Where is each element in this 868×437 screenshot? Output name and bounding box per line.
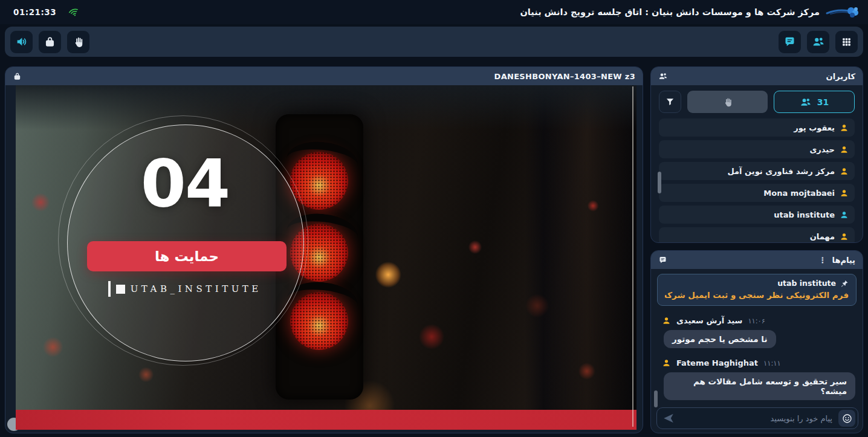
user-row-self[interactable]: utab institute bbox=[659, 206, 855, 224]
emoji-icon bbox=[841, 413, 853, 424]
main-toolbar bbox=[5, 27, 863, 57]
presentation-panel: DANESHBONYAN–1403–NEW z3 04 حمایت ها bbox=[5, 66, 643, 433]
room-title: مرکز شرکت ها و موسسات دانش بنیان : اتاق … bbox=[520, 7, 820, 17]
slide-footer-bar bbox=[16, 410, 636, 430]
people-icon bbox=[812, 35, 825, 48]
raise-hand-icon bbox=[722, 97, 733, 108]
message-header: سید آرش سعیدی ۱۱:۰۶ bbox=[662, 316, 855, 325]
people-icon bbox=[658, 71, 668, 81]
person-icon bbox=[840, 232, 849, 241]
pinned-author: utab institute bbox=[777, 279, 836, 288]
chat-toggle-button[interactable] bbox=[779, 31, 801, 53]
raise-hand-button[interactable] bbox=[67, 31, 89, 53]
toolbar-right-group bbox=[779, 31, 858, 53]
messages-title: پیام‌ها bbox=[832, 256, 856, 265]
watermark-square bbox=[116, 285, 125, 294]
pinned-message[interactable]: utab institute فرم الکترونیکی نظر سنجی و… bbox=[657, 274, 857, 306]
title-bar: 01:21:33 مرکز شرکت ها و موسسات دانش بنیا… bbox=[0, 0, 868, 24]
message-bubble: سیر تحقیق و توسعه شامل مقالات هم میشه؟ bbox=[664, 372, 855, 400]
person-icon bbox=[662, 316, 671, 325]
layout-grid-button[interactable] bbox=[835, 31, 858, 53]
person-icon bbox=[662, 358, 671, 367]
person-icon bbox=[840, 210, 849, 219]
message-time: ۱۱:۰۶ bbox=[748, 317, 765, 325]
participants-toggle-button[interactable] bbox=[807, 31, 829, 53]
pinned-message-header: utab institute bbox=[665, 279, 849, 288]
wifi-icon bbox=[67, 5, 80, 18]
status-group: 01:21:33 bbox=[13, 7, 79, 17]
user-row[interactable]: مرکز رشد فناوری نوین آمل bbox=[659, 162, 855, 180]
users-header: کاربران bbox=[651, 67, 863, 85]
audio-button[interactable] bbox=[10, 31, 33, 53]
users-scrollbar[interactable] bbox=[658, 172, 661, 193]
raise-hand-icon bbox=[72, 36, 85, 48]
user-row[interactable]: Mona mojtabaei bbox=[659, 184, 855, 202]
chat-bubble-icon bbox=[658, 256, 667, 265]
people-icon bbox=[800, 96, 812, 108]
message-author: سید آرش سعیدی bbox=[676, 316, 742, 325]
slide-topic-banner: حمایت ها bbox=[87, 241, 287, 271]
document-title: DANESHBONYAN–1403–NEW z3 bbox=[494, 72, 635, 81]
session-timer: 01:21:33 bbox=[13, 7, 56, 17]
message-input-bar bbox=[656, 407, 858, 429]
filter-icon bbox=[665, 97, 675, 107]
slide-number: 04 bbox=[67, 149, 303, 218]
red-light-bottom bbox=[290, 292, 348, 350]
toolbar-left-group bbox=[10, 31, 89, 53]
person-icon bbox=[840, 123, 849, 132]
users-panel: کاربران 31 bbox=[650, 66, 863, 243]
message-author: Fateme Haghighat bbox=[676, 358, 758, 367]
users-controls: 31 bbox=[651, 85, 863, 113]
users-list: یعقوب پور حیدری مرکز رشد فناوری نوین آمل… bbox=[659, 118, 855, 243]
user-row[interactable]: یعقوب پور bbox=[659, 118, 855, 137]
meeting-app: 01:21:33 مرکز شرکت ها و موسسات دانش بنیا… bbox=[0, 0, 868, 437]
pinned-text: فرم الکترونیکی نظر سنجی و ثبت ایمیل شرکت… bbox=[665, 290, 849, 300]
branding-group: مرکز شرکت ها و موسسات دانش بنیان : اتاق … bbox=[520, 4, 860, 20]
document-icon bbox=[13, 72, 22, 81]
slide-watermark: UTAB_INSTITUTE bbox=[67, 281, 303, 297]
watermark-text: UTAB_INSTITUTE bbox=[131, 283, 262, 294]
chat-message: Fateme Haghighat ۱۱:۱۱ سیر تحقیق و توسعه… bbox=[651, 358, 863, 400]
participants-count-button[interactable]: 31 bbox=[774, 91, 855, 113]
user-row[interactable]: حیدری bbox=[659, 140, 855, 158]
slide-canvas: 04 حمایت ها UTAB_INSTITUTE bbox=[16, 85, 636, 430]
raised-hands-button[interactable] bbox=[687, 91, 768, 113]
grid-icon bbox=[841, 36, 852, 48]
chat-message: سید آرش سعیدی ۱۱:۰۶ نا مشخص یا حجم موتور bbox=[651, 316, 863, 348]
messages-header: پیام‌ها ⋮ bbox=[651, 251, 863, 269]
filter-users-button[interactable] bbox=[659, 91, 681, 113]
chat-bubble-icon bbox=[783, 36, 796, 48]
message-header: Fateme Haghighat ۱۱:۱۱ bbox=[662, 358, 855, 367]
user-row[interactable]: مهمان bbox=[659, 227, 855, 243]
participants-count: 31 bbox=[817, 97, 829, 107]
person-icon bbox=[840, 145, 849, 154]
pin-icon bbox=[840, 279, 849, 288]
kebab-menu-icon[interactable]: ⋮ bbox=[819, 256, 827, 264]
send-icon bbox=[662, 412, 675, 425]
person-icon bbox=[840, 189, 849, 198]
messages-scrollbar[interactable] bbox=[654, 390, 658, 407]
message-bubble: نا مشخص یا حجم موتور bbox=[664, 330, 776, 348]
send-button[interactable] bbox=[662, 412, 675, 425]
messages-header-right: پیام‌ها ⋮ bbox=[819, 256, 856, 265]
users-title: کاربران bbox=[826, 72, 855, 81]
message-input[interactable] bbox=[680, 413, 834, 424]
emoji-button[interactable] bbox=[838, 410, 855, 427]
watermark-bar bbox=[108, 281, 111, 297]
speaker-icon bbox=[15, 35, 28, 48]
message-time: ۱۱:۱۱ bbox=[763, 359, 781, 367]
person-icon bbox=[840, 167, 849, 176]
briefcase-icon bbox=[44, 36, 56, 48]
app-logo bbox=[826, 4, 860, 20]
slide-scrollbar[interactable] bbox=[632, 86, 633, 427]
files-button[interactable] bbox=[39, 31, 61, 53]
presentation-header: DANESHBONYAN–1403–NEW z3 bbox=[5, 67, 643, 85]
messages-panel: پیام‌ها ⋮ utab institute فرم bbox=[650, 250, 863, 433]
